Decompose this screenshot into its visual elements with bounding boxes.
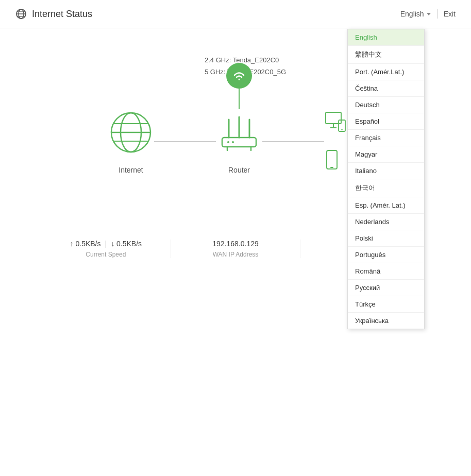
router-label: Router	[228, 166, 250, 174]
pc-monitor-icon	[324, 111, 347, 134]
wifi-hotspot-icon	[226, 63, 252, 89]
wan-ip-value: 192.168.0.129	[212, 240, 259, 248]
lang-option[interactable]: Español	[348, 113, 424, 130]
page-title: Internet Status	[32, 9, 92, 20]
dropdown-arrow-icon	[427, 13, 431, 15]
wan-ip-label: WAN IP Address	[213, 251, 259, 258]
svg-rect-14	[222, 138, 256, 147]
upload-speed: ↑ 0.5KB/s	[70, 240, 101, 248]
internet-globe-icon	[108, 109, 154, 156]
language-dropdown: English繁體中文Port. (Amér.Lat.)ČeštinaDeuts…	[347, 29, 425, 329]
lang-option[interactable]: Magyar	[348, 146, 424, 163]
internet-node: Internet	[108, 109, 154, 174]
header-right: English Exit English繁體中文Port. (Amér.Lat.…	[400, 9, 456, 19]
hotspot-connector-line	[239, 89, 240, 109]
internet-label: Internet	[119, 166, 143, 174]
lang-option[interactable]: Italiano	[348, 163, 424, 179]
lang-option[interactable]: Українська	[348, 313, 424, 329]
header: Internet Status English Exit English繁體中文…	[0, 0, 471, 28]
language-label: English	[400, 10, 424, 18]
download-speed: ↓ 0.5KB/s	[111, 240, 142, 248]
speed-value: ↑ 0.5KB/s | ↓ 0.5KB/s	[70, 240, 142, 248]
lang-option[interactable]: Port. (Amér.Lat.)	[348, 64, 424, 80]
conn-line-router-devices	[262, 141, 324, 142]
router-icon	[216, 109, 262, 156]
language-selector[interactable]: English	[400, 10, 431, 18]
header-divider	[437, 9, 438, 19]
svg-point-18	[232, 141, 234, 143]
lang-option[interactable]: Português	[348, 247, 424, 263]
phone-icon	[324, 149, 342, 173]
header-left: Internet Status	[15, 8, 92, 20]
lang-option[interactable]: Türkçe	[348, 296, 424, 313]
speed-label: Current Speed	[86, 251, 126, 258]
lang-option[interactable]: Română	[348, 263, 424, 280]
lang-option[interactable]: Русский	[348, 280, 424, 296]
svg-rect-24	[327, 150, 337, 169]
wifi-signal-icon	[231, 68, 247, 83]
internet-status-icon	[15, 8, 27, 20]
lang-option[interactable]: 한국어	[348, 179, 424, 197]
speed-status: ↑ 0.5KB/s | ↓ 0.5KB/s Current Speed	[41, 240, 171, 258]
exit-button[interactable]: Exit	[444, 10, 456, 18]
lang-option[interactable]: English	[348, 29, 424, 46]
speed-separator: |	[105, 240, 107, 248]
lang-option[interactable]: Français	[348, 130, 424, 146]
lang-option[interactable]: Esp. (Amér. Lat.)	[348, 197, 424, 214]
lang-option[interactable]: Polski	[348, 230, 424, 247]
router-node: Router	[216, 109, 262, 174]
svg-point-17	[227, 141, 229, 143]
lang-option[interactable]: Deutsch	[348, 97, 424, 113]
lang-option[interactable]: Čeština	[348, 80, 424, 97]
lang-option[interactable]: Nederlands	[348, 214, 424, 230]
wan-ip-status: 192.168.0.129 WAN IP Address	[171, 240, 300, 258]
lang-option[interactable]: 繁體中文	[348, 46, 424, 64]
conn-line-internet-router	[154, 141, 216, 142]
wifi-hotspot-group	[226, 63, 252, 109]
